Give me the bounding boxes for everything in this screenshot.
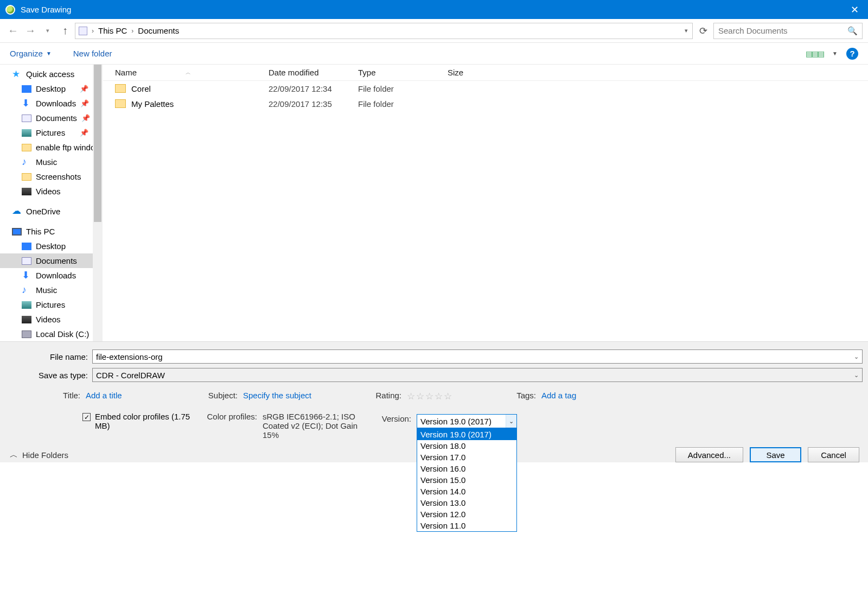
tree-quick-access[interactable]: ★Quick access	[0, 67, 103, 81]
tree-pictures-qa[interactable]: Pictures📌	[0, 125, 103, 140]
desktop-icon	[22, 243, 31, 250]
tree-local-disk[interactable]: Local Disk (C:)	[0, 327, 103, 341]
music-icon: ♪	[22, 287, 31, 294]
save-button[interactable]: Save	[750, 447, 801, 462]
file-type: File folder	[358, 99, 448, 109]
organize-label: Organize	[10, 49, 43, 58]
embed-checkbox[interactable]: ✓	[82, 413, 91, 421]
version-option[interactable]: Version 14.0	[417, 486, 516, 497]
search-input[interactable]	[718, 26, 847, 35]
folder-icon	[115, 99, 126, 108]
filename-value: file-extensions-org	[96, 352, 163, 361]
view-dropdown-icon[interactable]: ▼	[832, 50, 838, 56]
embed-label[interactable]: Embed color profiles (1.75 MB)	[95, 412, 193, 430]
col-date[interactable]: Date modified	[269, 68, 358, 77]
forward-button: →	[23, 24, 38, 37]
tree-this-pc[interactable]: This PC	[0, 224, 103, 239]
saveas-label: Save as type:	[0, 371, 92, 380]
path-segment-current[interactable]: Documents	[138, 26, 179, 35]
tree-pc-desktop[interactable]: Desktop	[0, 239, 103, 253]
tree-pc-music[interactable]: ♪Music	[0, 283, 103, 297]
tags-label: Tags:	[510, 391, 536, 400]
path-segment-root[interactable]: This PC	[98, 26, 127, 35]
col-name[interactable]: Name︿	[103, 68, 269, 77]
app-icon	[5, 5, 15, 15]
version-select[interactable]: Version 19.0 (2017) ⌄	[417, 414, 517, 428]
version-option[interactable]: Version 16.0	[417, 463, 516, 474]
file-type: File folder	[358, 84, 448, 93]
tree-pc-pictures[interactable]: Pictures	[0, 297, 103, 312]
refresh-button[interactable]: ⟳	[695, 23, 711, 39]
file-row[interactable]: My Palettes 22/09/2017 12:35 File folder	[103, 96, 868, 111]
file-date: 22/09/2017 12:34	[269, 84, 358, 93]
tree-screenshots[interactable]: Screenshots	[0, 169, 103, 184]
chevron-right-icon[interactable]: ›	[90, 27, 96, 35]
chevron-down-icon[interactable]: ⌄	[854, 353, 859, 360]
back-button[interactable]: ←	[5, 24, 21, 37]
address-bar[interactable]: › This PC › Documents ▾	[75, 23, 693, 39]
new-folder-button[interactable]: New folder	[73, 49, 112, 58]
tree-music-qa[interactable]: ♪Music	[0, 155, 103, 169]
subject-label: Subject:	[201, 391, 238, 400]
tree-onedrive[interactable]: ☁OneDrive	[0, 204, 103, 219]
rating-stars[interactable]: ☆☆☆☆☆	[407, 391, 453, 402]
tags-input[interactable]: Add a tag	[541, 391, 576, 400]
window-title: Save Drawing	[21, 5, 71, 14]
documents-icon	[22, 115, 31, 122]
filename-label: File name:	[0, 352, 92, 361]
saveas-select[interactable]: CDR - CorelDRAW ⌄	[92, 368, 863, 382]
nav-tree: ★Quick access Desktop📌 ⬇Downloads📌 Docum…	[0, 65, 103, 341]
file-row[interactable]: Corel 22/09/2017 12:34 File folder	[103, 81, 868, 96]
videos-icon	[22, 316, 31, 323]
advanced-button[interactable]: Advanced...	[675, 447, 743, 462]
tree-scrollbar-track[interactable]	[93, 65, 103, 341]
navbar: ← → ▾ ↑ › This PC › Documents ▾ ⟳ 🔍	[0, 19, 868, 43]
file-date: 22/09/2017 12:35	[269, 99, 358, 109]
tree-pc-downloads[interactable]: ⬇Downloads	[0, 268, 103, 283]
cancel-button[interactable]: Cancel	[808, 447, 859, 462]
videos-icon	[22, 188, 31, 195]
pin-icon: 📌	[81, 114, 90, 122]
tree-downloads[interactable]: ⬇Downloads📌	[0, 96, 103, 111]
version-option[interactable]: Version 11.0	[417, 520, 516, 531]
tree-videos-qa[interactable]: Videos	[0, 184, 103, 199]
rating-label: Rating:	[369, 391, 401, 400]
version-option[interactable]: Version 19.0 (2017)	[417, 429, 516, 440]
tree-documents-qa[interactable]: Documents📌	[0, 111, 103, 125]
tree-pc-videos[interactable]: Videos	[0, 312, 103, 327]
col-size[interactable]: Size	[448, 68, 502, 77]
up-button[interactable]: ↑	[58, 24, 73, 37]
star-icon: ★	[12, 71, 22, 78]
address-dropdown-icon[interactable]: ▾	[685, 27, 688, 34]
organize-menu[interactable]: Organize ▼	[10, 49, 52, 58]
title-label: Title:	[54, 391, 80, 400]
version-option[interactable]: Version 15.0	[417, 474, 516, 486]
pc-icon	[79, 27, 87, 35]
chevron-down-icon[interactable]: ⌄	[854, 372, 859, 379]
col-type[interactable]: Type	[358, 68, 448, 77]
help-button[interactable]: ?	[846, 48, 858, 60]
folder-icon	[22, 173, 31, 181]
search-icon: 🔍	[847, 26, 858, 36]
version-option[interactable]: Version 13.0	[417, 497, 516, 508]
filename-input[interactable]: file-extensions-org ⌄	[92, 349, 863, 364]
close-button[interactable]: ✕	[841, 4, 868, 16]
view-options-icon[interactable]: ▤▤▤	[806, 49, 824, 58]
title-input[interactable]: Add a title	[86, 391, 122, 400]
version-option[interactable]: Version 12.0	[417, 508, 516, 520]
version-option[interactable]: Version 18.0	[417, 440, 516, 452]
recent-dropdown[interactable]: ▾	[40, 27, 55, 34]
tree-desktop[interactable]: Desktop📌	[0, 81, 103, 96]
hide-folders-toggle[interactable]: ︿ Hide Folders	[10, 450, 68, 460]
tree-enable-ftp[interactable]: enable ftp windo	[0, 140, 103, 155]
pin-icon: 📌	[80, 99, 89, 107]
pin-icon: 📌	[80, 85, 88, 93]
titlebar: Save Drawing ✕	[0, 0, 868, 19]
tree-scrollbar-thumb[interactable]	[94, 65, 101, 222]
subject-input[interactable]: Specify the subject	[243, 391, 311, 400]
version-option[interactable]: Version 17.0	[417, 452, 516, 463]
chevron-right-icon[interactable]: ›	[129, 27, 136, 35]
chevron-down-icon[interactable]: ⌄	[506, 415, 516, 428]
tree-pc-documents[interactable]: Documents	[0, 253, 103, 268]
search-box[interactable]: 🔍	[713, 23, 863, 39]
